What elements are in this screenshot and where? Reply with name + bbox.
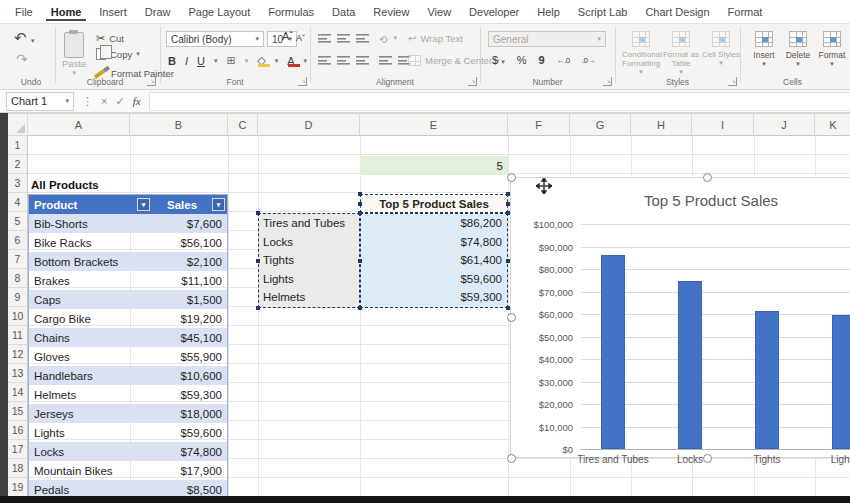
selection-handle[interactable] xyxy=(506,306,510,310)
table-row[interactable]: Gloves$55,900 xyxy=(29,347,227,366)
selection-handle[interactable] xyxy=(256,306,260,310)
top5-name-cell[interactable]: Lights xyxy=(259,270,359,289)
table-row[interactable]: Bottom Brackets$2,100 xyxy=(29,252,227,271)
top5-value-cell[interactable]: $59,300 xyxy=(361,288,507,307)
table-row[interactable]: Lights$59,600 xyxy=(29,423,227,442)
cell-e2[interactable]: 5 xyxy=(360,156,508,175)
number-format-select[interactable]: General ▾ xyxy=(488,31,606,47)
top5-value-cell[interactable]: $59,600 xyxy=(361,270,507,289)
insert-cells-button[interactable]: Insert▾ xyxy=(748,31,780,68)
column-header-k[interactable]: K xyxy=(815,113,850,136)
percent-style-button[interactable]: % xyxy=(517,54,527,66)
insert-function-icon[interactable]: fx xyxy=(133,95,141,107)
borders-button[interactable]: ⊞ xyxy=(226,54,235,67)
row-header-17[interactable]: 17 xyxy=(8,440,28,459)
undo-button[interactable]: ↶ ▾ xyxy=(14,29,35,47)
selection-handle[interactable] xyxy=(358,192,362,196)
tab-insert[interactable]: Insert xyxy=(94,2,132,21)
column-header-c[interactable]: C xyxy=(228,113,258,136)
row-header-9[interactable]: 9 xyxy=(8,288,28,307)
tab-format[interactable]: Format xyxy=(723,2,768,21)
chart-resize-handle[interactable] xyxy=(703,173,712,182)
increase-decimal-button[interactable]: ←.0 xyxy=(557,56,570,65)
chart-resize-handle[interactable] xyxy=(507,454,516,463)
table-row[interactable]: Bike Racks$56,100 xyxy=(29,233,227,252)
tab-help[interactable]: Help xyxy=(532,2,565,21)
cut-button[interactable]: ✂ Cut xyxy=(96,32,124,45)
table-row[interactable]: Jerseys$18,000 xyxy=(29,404,227,423)
table-row[interactable]: Brakes$11,100 xyxy=(29,271,227,290)
product-column-header[interactable]: Product xyxy=(29,199,137,211)
chart-title[interactable]: Top 5 Product Sales xyxy=(571,192,850,209)
column-header-b[interactable]: B xyxy=(130,113,228,136)
copy-button[interactable]: Copy ▾ xyxy=(96,48,140,60)
column-header-e[interactable]: E xyxy=(360,113,508,136)
column-header-h[interactable]: H xyxy=(631,113,692,136)
selection-handle[interactable] xyxy=(358,211,362,215)
top5-value-cell[interactable]: $61,400 xyxy=(361,251,507,270)
row-header-10[interactable]: 10 xyxy=(8,307,28,326)
column-header-a[interactable]: A xyxy=(28,113,130,136)
styles-dialog-launcher-icon[interactable]: ↘ xyxy=(728,77,737,86)
format-as-table-button[interactable]: Format as Table▾ xyxy=(662,31,700,76)
top5-names-range[interactable]: Tires and TubesLocksTightsLightsHelmets xyxy=(258,213,360,308)
top5-name-cell[interactable]: Helmets xyxy=(259,288,359,307)
table-row[interactable]: Locks$74,800 xyxy=(29,442,227,461)
chart-bar[interactable] xyxy=(601,255,625,449)
formula-input[interactable] xyxy=(149,92,850,111)
sales-column-header[interactable]: Sales xyxy=(152,199,212,211)
bold-button[interactable]: B xyxy=(168,55,176,67)
tab-file[interactable]: File xyxy=(10,2,38,21)
accounting-format-button[interactable]: $ ▾ xyxy=(492,54,505,66)
selection-handle[interactable] xyxy=(256,259,260,263)
chart-bar[interactable] xyxy=(832,315,850,449)
selection-handle[interactable] xyxy=(506,192,510,196)
decrease-indent-button[interactable] xyxy=(379,56,392,65)
cell-a3[interactable]: All Products xyxy=(31,175,99,194)
merge-center-button[interactable]: Merge & Center ▾ xyxy=(408,55,500,66)
cancel-icon[interactable]: × xyxy=(101,95,107,107)
align-middle-button[interactable] xyxy=(337,34,350,43)
row-header-16[interactable]: 16 xyxy=(8,421,28,440)
selection-handle[interactable] xyxy=(358,306,362,310)
table-row[interactable]: Cargo Bike$19,200 xyxy=(29,309,227,328)
tab-script-lab[interactable]: Script Lab xyxy=(573,2,633,21)
row-header-4[interactable]: 4 xyxy=(8,193,28,212)
grow-font-button[interactable]: Aˆ xyxy=(282,30,293,42)
row-header-12[interactable]: 12 xyxy=(8,345,28,364)
format-cells-button[interactable]: Format▾ xyxy=(816,31,848,68)
row-header-18[interactable]: 18 xyxy=(8,459,28,478)
font-dialog-launcher-icon[interactable]: ↘ xyxy=(298,77,307,86)
table-row[interactable]: Handlebars$10,600 xyxy=(29,366,227,385)
column-header-g[interactable]: G xyxy=(570,113,631,136)
bar-chart[interactable]: Top 5 Product Sales $100,000$90,000$80,0… xyxy=(510,177,850,458)
chart-bar[interactable] xyxy=(755,311,779,449)
top5-name-cell[interactable]: Tires and Tubes xyxy=(259,214,359,233)
row-header-2[interactable]: 2 xyxy=(8,155,28,174)
number-dialog-launcher-icon[interactable]: ↘ xyxy=(603,77,612,86)
row-header-13[interactable]: 13 xyxy=(8,364,28,383)
filter-icon[interactable]: ▾ xyxy=(212,198,225,211)
tab-home[interactable]: Home xyxy=(46,2,87,21)
select-all-corner[interactable] xyxy=(8,113,28,136)
underline-button[interactable]: U xyxy=(197,55,205,67)
alignment-dialog-launcher-icon[interactable]: ↘ xyxy=(468,77,477,86)
tab-draw[interactable]: Draw xyxy=(140,2,176,21)
enter-icon[interactable]: ✓ xyxy=(115,95,124,108)
align-top-button[interactable] xyxy=(318,34,331,43)
clipboard-dialog-launcher-icon[interactable]: ↘ xyxy=(147,77,156,86)
delete-cells-button[interactable]: Delete▾ xyxy=(782,31,814,68)
align-center-button[interactable] xyxy=(337,56,350,65)
align-left-button[interactable] xyxy=(318,56,331,65)
row-header-6[interactable]: 6 xyxy=(8,231,28,250)
tab-view[interactable]: View xyxy=(422,2,456,21)
row-header-1[interactable]: 1 xyxy=(8,136,28,155)
tab-chart-design[interactable]: Chart Design xyxy=(640,2,714,21)
shrink-font-button[interactable]: Aˇ xyxy=(296,33,305,43)
column-header-j[interactable]: J xyxy=(754,113,815,136)
italic-button[interactable]: I xyxy=(185,55,188,67)
top5-values-range[interactable]: $86,200$74,800$61,400$59,600$59,300 xyxy=(360,213,508,308)
paste-button[interactable]: Paste ▾ xyxy=(62,32,86,77)
row-header-15[interactable]: 15 xyxy=(8,402,28,421)
fill-color-button[interactable]: ◇ xyxy=(257,54,265,67)
